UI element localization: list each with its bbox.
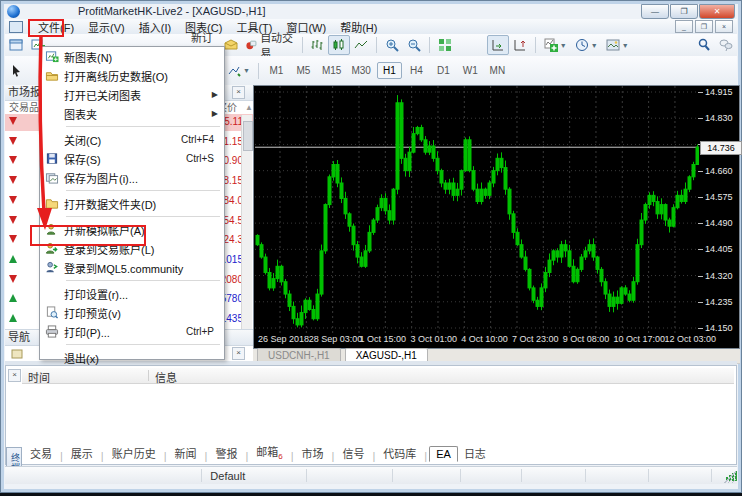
zoom-out-icon[interactable] <box>403 35 425 55</box>
timeframe-m5[interactable]: M5 <box>291 62 316 79</box>
timeframe-w1[interactable]: W1 <box>458 62 483 79</box>
app-window: ProfitMarketHK-Live2 - [XAGUSD-,H1] — ❐ … <box>0 0 742 493</box>
price-axis-label: 14.660 <box>705 166 739 176</box>
status-bar: Default <box>5 466 737 484</box>
search-icon[interactable] <box>693 35 715 55</box>
file-menu-item-11[interactable]: 打印设置(r)... <box>40 284 224 303</box>
terminal-tab-8[interactable]: 代码库 <box>377 444 422 462</box>
timeframe-h4[interactable]: H4 <box>404 62 429 79</box>
file-menu-item-4[interactable]: 关闭(C)Ctrl+F4 <box>40 130 224 149</box>
file-menu-item-5[interactable]: 保存(S)Ctrl+S <box>40 149 224 168</box>
price-down-icon <box>9 235 17 243</box>
time-axis-label: 10 Oct 17:00 <box>614 334 666 344</box>
terminal-tab-4[interactable]: 警报 <box>209 444 243 462</box>
time-axis-label: 4 Oct 10:00 <box>461 334 508 344</box>
terminal-tab-7[interactable]: 信号 <box>336 444 370 462</box>
price-axis-label: 14.575 <box>705 192 739 202</box>
mdi-minimize-button[interactable]: _ <box>675 20 693 33</box>
mql5-icon <box>40 261 64 275</box>
menu-bar: 文件(F)显示(V)插入(I)图表(C)工具(T)窗口(W)帮助(H) _ ❐ … <box>5 19 737 34</box>
community-chat-icon[interactable] <box>715 35 737 55</box>
terminal-tab-ea[interactable]: EA <box>429 446 458 462</box>
mdi-restore-button[interactable]: ❐ <box>695 20 713 33</box>
resize-grip[interactable] <box>724 471 736 483</box>
file-menu-item-3[interactable]: 图表夹▶ <box>40 104 224 123</box>
autoscroll-icon[interactable] <box>487 35 509 55</box>
price-axis-label: 14.320 <box>705 271 739 281</box>
terminal-tab-0[interactable]: 交易 <box>24 444 58 462</box>
file-menu-item-label: 打印预览(v) <box>64 305 224 321</box>
periods-button[interactable]: ▼ <box>571 35 602 55</box>
message-column-header: 信息 <box>155 369 177 385</box>
chart-window[interactable]: ▼ XAGUSD-,H1 14.708 14.736 14.702 14.736… <box>253 85 740 349</box>
tile-windows-icon[interactable] <box>434 35 456 55</box>
blank-icon <box>40 287 64 301</box>
menu-1[interactable]: 显示(V) <box>81 18 132 36</box>
file-menu-item-14[interactable]: 退出(x) <box>40 348 224 367</box>
submenu-arrow-icon: ▶ <box>212 109 218 118</box>
profile-cell[interactable]: Default <box>202 469 307 482</box>
autotrade-button[interactable]: 自动交易 <box>242 35 297 55</box>
timeframe-m1[interactable]: M1 <box>264 62 289 79</box>
zoom-in-icon[interactable] <box>381 35 403 55</box>
menu-6[interactable]: 帮助(H) <box>333 18 384 36</box>
file-menu-item-label: 保存为图片(i)... <box>64 170 224 186</box>
mdi-close-button[interactable]: × <box>715 20 733 33</box>
minimize-button[interactable]: — <box>641 4 669 19</box>
price-down-icon <box>9 156 17 164</box>
price-axis-label: 14.405 <box>705 244 739 254</box>
time-axis-label: 1 Oct 15:00 <box>360 334 407 344</box>
file-menu-item-6[interactable]: 保存为图片(i)... <box>40 168 224 187</box>
terminal-tab-2[interactable]: 账户历史 <box>106 444 162 462</box>
file-menu-item-label: 打开数据文件夹(D) <box>64 196 224 212</box>
shortcut-label: Ctrl+P <box>186 326 224 337</box>
navigator-close-icon[interactable]: × <box>232 347 245 360</box>
file-menu-item-label: 图表夹 <box>64 106 224 122</box>
terminal-tab-5[interactable]: 邮箱6 <box>250 442 288 462</box>
price-down-icon <box>9 216 17 224</box>
market-watch-scrollbar[interactable] <box>241 115 252 345</box>
timeframe-mn[interactable]: MN <box>485 62 510 79</box>
file-menu-item-10[interactable]: 登录到MQL5.community <box>40 258 224 277</box>
terminal-tab-10[interactable]: 日志 <box>458 444 492 462</box>
price-up-icon <box>9 255 17 263</box>
timeframe-h1[interactable]: H1 <box>377 62 402 79</box>
terminal-close-icon[interactable]: × <box>8 369 21 382</box>
candlestick-chart-icon[interactable] <box>328 35 350 55</box>
market-watch-close-icon[interactable]: × <box>232 86 245 99</box>
price-axis-label: 14.150 <box>705 323 739 333</box>
terminal-tab-6[interactable]: 市场 <box>296 444 330 462</box>
terminal-tab-1[interactable]: 展示 <box>65 444 99 462</box>
terminal-tab-3[interactable]: 新闻 <box>169 444 203 462</box>
restore-button[interactable]: ❐ <box>670 4 698 19</box>
close-button[interactable]: ✕ <box>699 4 735 19</box>
timeframe-m15[interactable]: M15 <box>318 62 345 79</box>
file-menu-item-12[interactable]: 打印预览(v) <box>40 303 224 322</box>
price-down-icon <box>9 196 17 204</box>
timeframe-m30[interactable]: M30 <box>347 62 374 79</box>
price-up-icon <box>9 314 17 322</box>
chart-mdi-icon <box>9 21 23 33</box>
new-window-icon[interactable] <box>5 35 27 55</box>
price-up-icon <box>9 294 17 302</box>
price-down-icon <box>9 117 17 125</box>
file-menu-item-1[interactable]: 打开离线历史数据(O) <box>40 66 224 85</box>
candlestick-chart[interactable] <box>255 86 699 336</box>
file-menu-item-0[interactable]: 新图表(N) <box>40 47 224 66</box>
cursor-icon[interactable] <box>5 61 27 81</box>
file-menu-item-label: 打印(P)... <box>64 324 186 340</box>
file-menu-item-2[interactable]: 打开已关闭图表▶ <box>40 85 224 104</box>
templates-button[interactable]: ▼ <box>602 35 633 55</box>
file-menu-item-label: 退出(x) <box>64 350 224 366</box>
file-menu-item-7[interactable]: 打开数据文件夹(D) <box>40 194 224 213</box>
chart-shift-icon[interactable] <box>509 35 531 55</box>
styler-button[interactable]: ▼ <box>223 61 254 81</box>
timeframe-d1[interactable]: D1 <box>431 62 456 79</box>
indicators-button[interactable]: ▼ <box>540 35 571 55</box>
menu-2[interactable]: 插入(I) <box>132 18 178 36</box>
bar-chart-icon[interactable] <box>306 35 328 55</box>
line-chart-icon[interactable] <box>350 35 372 55</box>
price-down-icon <box>9 137 17 145</box>
file-menu-item-label: 打开已关闭图表 <box>64 87 224 103</box>
file-menu-item-13[interactable]: 打印(P)...Ctrl+P <box>40 322 224 341</box>
